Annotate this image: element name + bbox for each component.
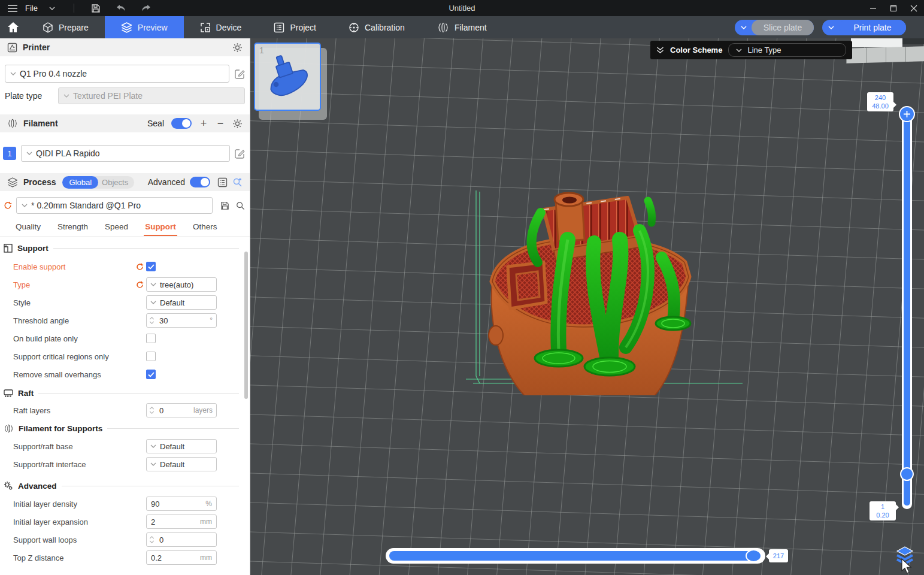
reset-type-icon[interactable] [136, 281, 144, 289]
color-scheme-bar: Color Scheme Line Type [650, 41, 852, 59]
layer-slider[interactable] [902, 107, 912, 509]
step-slider[interactable] [386, 548, 765, 564]
collapse-chevrons-icon[interactable] [656, 47, 664, 54]
printer-settings-gear-icon[interactable] [232, 43, 243, 53]
color-scheme-select[interactable]: Line Type [728, 43, 846, 57]
seal-toggle[interactable] [171, 118, 192, 129]
remove-filament-button[interactable]: − [216, 119, 225, 128]
on-build-plate-only-checkbox[interactable] [146, 334, 156, 343]
param-initial-layer-expansion-label: Initial layer expansion [13, 518, 136, 526]
home-button[interactable] [0, 16, 26, 38]
advanced-group-icon [4, 481, 13, 491]
maximize-button[interactable] [883, 0, 904, 16]
print-plate-button[interactable]: Print plate [839, 20, 906, 35]
slice-plate-dropdown[interactable] [735, 20, 753, 35]
tab-project[interactable]: Project [257, 16, 332, 38]
support-critical-regions-checkbox[interactable] [146, 352, 156, 361]
filament-edit-icon[interactable] [235, 149, 245, 159]
printer-select[interactable]: Q1 Pro 0.4 nozzle [5, 65, 229, 83]
printer-section-header: Printer [0, 38, 250, 56]
step-slider-tooltip: 217 [769, 549, 788, 562]
support-raft-base-select[interactable]: Default [146, 439, 217, 453]
threshold-angle-spinner[interactable] [149, 317, 154, 324]
process-section-header: Process Global Objects Advanced [0, 173, 250, 191]
redo-icon[interactable] [140, 2, 153, 15]
save-preset-icon[interactable] [220, 201, 229, 211]
layer-slider-bottom-handle[interactable] [900, 467, 914, 481]
support-wall-loops-input[interactable]: 0 [146, 532, 217, 547]
titlebar: File Untitled [0, 0, 924, 16]
raft-layers-input[interactable]: 0 layers [146, 403, 217, 417]
plate-type-select[interactable]: Textured PEI Plate [58, 87, 245, 104]
panel-scrollbar[interactable] [244, 252, 248, 399]
top-z-distance-input[interactable]: 0.2 mm [146, 550, 217, 565]
add-filament-button[interactable]: + [199, 119, 208, 128]
file-menu[interactable]: File [25, 4, 38, 13]
tab-calibration[interactable]: Calibration [332, 16, 421, 38]
print-plate-dropdown[interactable] [822, 20, 840, 35]
support-style-select[interactable]: Default [146, 295, 217, 310]
mouse-cursor [901, 558, 913, 574]
slice-plate-button[interactable]: Slice plate [752, 20, 814, 35]
tab-speed[interactable]: Speed [96, 220, 137, 236]
initial-layer-density-input[interactable]: 90 % [146, 497, 217, 511]
plate-corner-fragment [851, 38, 902, 47]
calibration-icon [349, 22, 359, 33]
preview-layers-icon [121, 22, 132, 33]
plate-thumbnail[interactable]: 1 [254, 43, 321, 111]
tab-preview[interactable]: Preview [105, 16, 184, 38]
preset-reset-icon[interactable] [4, 201, 12, 210]
step-slider-handle[interactable] [746, 549, 762, 562]
enable-support-checkbox[interactable] [146, 262, 156, 271]
param-support-wall-loops-label: Support wall loops [13, 535, 136, 544]
file-menu-chevron-icon[interactable] [46, 2, 59, 15]
scope-global[interactable]: Global [62, 176, 98, 189]
search-preset-icon[interactable] [236, 201, 245, 211]
printer-edit-icon[interactable] [235, 69, 245, 79]
viewport-3d[interactable]: 1 Color Scheme Line Type [250, 38, 924, 575]
param-raft-layers-label: Raft layers [13, 406, 136, 415]
filament-select[interactable]: QIDI PLA Rapido [21, 145, 230, 162]
reset-enable-support-icon[interactable] [136, 263, 144, 271]
param-initial-layer-density-label: Initial layer density [13, 500, 136, 509]
compare-presets-icon[interactable] [232, 177, 243, 187]
filament-icon [7, 119, 18, 128]
support-raft-interface-select[interactable]: Default [146, 457, 217, 471]
initial-layer-expansion-input[interactable]: 2 mm [146, 515, 217, 529]
tab-strength[interactable]: Strength [49, 220, 96, 236]
close-button[interactable] [904, 0, 924, 16]
undo-icon[interactable] [114, 2, 128, 15]
scope-switch[interactable]: Global Objects [62, 176, 134, 189]
process-preset-select[interactable]: * 0.20mm Standard @Q1 Pro [16, 197, 213, 214]
support-wall-loops-spinner[interactable] [149, 536, 154, 543]
layer-slider-bottom-tooltip: 1 0.20 [870, 501, 896, 520]
param-remove-small-overhangs-label: Remove small overhangs [13, 370, 136, 379]
minimize-button[interactable] [863, 0, 883, 16]
tab-filament[interactable]: Filament [421, 16, 503, 38]
parameter-list-icon[interactable] [217, 177, 228, 187]
support-type-select[interactable]: tree(auto) [146, 277, 217, 292]
save-icon[interactable] [89, 2, 102, 15]
support-settings-list: Support Enable support Type tree(auto) [0, 237, 250, 567]
filament-coil-icon [437, 22, 449, 33]
raft-layers-spinner[interactable] [149, 407, 154, 414]
layer-slider-top-handle[interactable] [899, 106, 915, 122]
titlebar-divider [74, 4, 74, 13]
hamburger-menu-icon[interactable] [6, 2, 19, 15]
tab-device[interactable]: Device [184, 16, 258, 38]
filament-slot-number[interactable]: 1 [3, 147, 16, 160]
remove-small-overhangs-checkbox[interactable] [146, 370, 156, 379]
raft-group-icon [4, 389, 13, 397]
advanced-toggle[interactable] [190, 177, 210, 187]
sliced-model-benchy[interactable] [455, 180, 749, 395]
tab-prepare[interactable]: Prepare [26, 16, 105, 38]
filament-section-header: Filament Seal + − [0, 114, 250, 132]
threshold-angle-input[interactable]: 30 ° [146, 313, 217, 328]
tab-quality[interactable]: Quality [7, 220, 49, 236]
tab-support[interactable]: Support [137, 220, 184, 236]
tab-others[interactable]: Others [184, 220, 226, 236]
filament-for-supports-icon [4, 424, 14, 433]
layer-slider-top-tooltip: 240 48.00 [867, 92, 893, 111]
scope-objects[interactable]: Objects [98, 178, 134, 187]
filament-settings-gear-icon[interactable] [232, 119, 243, 129]
